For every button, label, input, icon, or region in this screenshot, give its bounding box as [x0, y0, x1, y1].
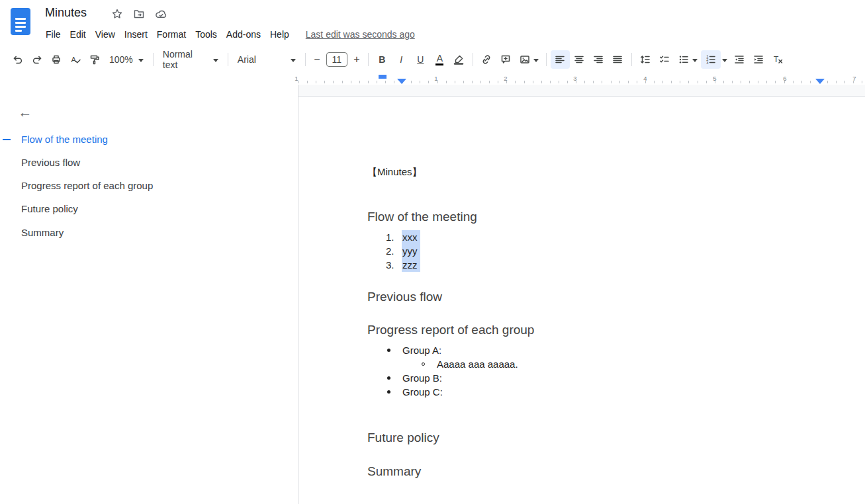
cloud-saved-icon [155, 8, 167, 21]
menu-tools[interactable]: Tools [191, 26, 222, 43]
svg-text:T: T [774, 55, 779, 64]
image-icon [519, 54, 531, 65]
right-indent-marker[interactable] [815, 79, 825, 84]
dropdown-arrow-icon [692, 59, 698, 62]
redo-icon [31, 54, 43, 65]
star-icon [111, 8, 123, 20]
bullet-text[interactable]: Aaaaa aaa aaaaa. [437, 357, 518, 371]
ruler-ticks [298, 81, 865, 83]
outline-item-future-policy[interactable]: Future policy [21, 201, 78, 217]
toolbar-separator [631, 53, 632, 66]
doc-title-line[interactable]: 【Minutes】 [367, 165, 422, 179]
bullet-marker [422, 362, 425, 366]
menu-format[interactable]: Format [152, 26, 191, 43]
bulleted-list-icon [678, 54, 690, 65]
increase-indent-button[interactable] [749, 50, 768, 69]
dropdown-arrow-icon [213, 59, 218, 62]
bullet-list-item[interactable]: Group C: [387, 385, 443, 399]
google-docs-window: Minutes File Edit View Insert Format Too [0, 0, 865, 504]
doc-heading-progress[interactable]: Progress report of each group [367, 322, 534, 338]
menu-insert[interactable]: Insert [120, 26, 152, 43]
zoom-value: 100% [109, 54, 133, 65]
menu-addons[interactable]: Add-ons [222, 26, 265, 43]
menu-file[interactable]: File [41, 26, 66, 43]
increase-font-size-button[interactable]: + [349, 50, 364, 69]
justify-button[interactable] [608, 50, 627, 69]
doc-heading-summary[interactable]: Summary [367, 464, 421, 480]
active-outline-marker [3, 139, 11, 140]
document-title-input[interactable]: Minutes [45, 6, 87, 20]
selected-text[interactable]: zzz [402, 258, 420, 272]
numbered-list-item[interactable]: 1. xxx [386, 230, 420, 244]
text-color-button[interactable]: A [430, 50, 449, 69]
add-comment-button[interactable] [496, 50, 516, 69]
clear-formatting-button[interactable]: T [768, 50, 788, 69]
redo-button[interactable] [27, 50, 46, 69]
bullet-text[interactable]: Group A: [402, 343, 441, 357]
dropdown-arrow-icon[interactable] [722, 59, 727, 62]
document-status-button[interactable] [154, 7, 167, 21]
font-family-select[interactable]: Arial [232, 50, 301, 69]
doc-heading-future[interactable]: Future policy [367, 430, 439, 446]
italic-button[interactable]: I [392, 50, 411, 69]
paint-format-button[interactable] [85, 50, 104, 69]
last-edit-link[interactable]: Last edit was seconds ago [306, 29, 415, 40]
numbered-list-item[interactable]: 2. yyy [386, 244, 420, 258]
doc-heading-previous[interactable]: Previous flow [367, 289, 442, 305]
highlight-color-button[interactable] [449, 50, 469, 69]
outline-item-progress-report[interactable]: Progress report of each group [21, 178, 153, 194]
menu-view[interactable]: View [91, 26, 120, 43]
close-outline-button[interactable]: ← [16, 103, 34, 122]
insert-link-button[interactable] [477, 50, 496, 69]
outline-item-previous-flow[interactable]: Previous flow [21, 155, 80, 171]
selected-text[interactable]: xxx [402, 230, 420, 244]
highlighter-icon [453, 54, 465, 65]
print-button[interactable] [46, 50, 66, 69]
left-indent-marker[interactable] [397, 79, 406, 84]
undo-button[interactable] [8, 50, 27, 69]
move-to-folder-button[interactable] [132, 7, 146, 21]
doc-heading-flow[interactable]: Flow of the meeting [367, 209, 477, 225]
paragraph-styles-select[interactable]: Normal text [158, 50, 224, 69]
horizontal-ruler[interactable]: 1 1 2 3 4 5 6 7 [0, 73, 865, 85]
align-left-icon [554, 54, 566, 65]
font-size-input[interactable]: 11 [326, 52, 347, 67]
menu-help[interactable]: Help [265, 26, 294, 43]
line-spacing-button[interactable] [636, 50, 655, 69]
insert-image-button[interactable] [516, 50, 542, 69]
docs-logo-icon[interactable] [11, 8, 30, 35]
align-right-button[interactable] [589, 50, 608, 69]
numbered-list-icon: 123 [705, 54, 717, 65]
dropdown-arrow-icon [291, 59, 296, 62]
bulleted-list-button[interactable] [674, 50, 701, 69]
ruler-label: 6 [782, 75, 788, 82]
bold-button[interactable]: B [373, 50, 392, 69]
underline-button[interactable]: U [411, 50, 430, 69]
align-left-button[interactable] [551, 50, 570, 69]
bullet-text[interactable]: Group B: [402, 371, 442, 385]
numbered-list-button[interactable]: 123 [701, 50, 721, 69]
first-line-indent-marker[interactable] [379, 75, 387, 79]
decrease-indent-button[interactable] [730, 50, 749, 69]
bullet-marker [387, 390, 390, 394]
document-page[interactable]: 【Minutes】 Flow of the meeting 1. xxx 2. … [298, 96, 865, 504]
bullet-list-item[interactable]: Group A: [387, 343, 441, 357]
star-button[interactable] [111, 7, 124, 21]
paint-roller-icon [89, 54, 101, 65]
decrease-font-size-button[interactable]: − [310, 50, 324, 69]
zoom-select[interactable]: 100% [104, 50, 149, 69]
selected-text[interactable]: yyy [402, 244, 420, 258]
bullet-list-subitem[interactable]: Aaaaa aaa aaaaa. [422, 357, 518, 371]
menu-edit[interactable]: Edit [66, 26, 91, 43]
numbered-list-item[interactable]: 3. zzz [386, 258, 420, 272]
outline-item-summary[interactable]: Summary [21, 225, 64, 241]
link-icon [480, 54, 492, 65]
align-center-button[interactable] [570, 50, 589, 69]
ruler-label: 2 [502, 75, 509, 82]
bullet-list-item[interactable]: Group B: [387, 371, 442, 385]
toolbar-separator [153, 53, 154, 66]
bullet-text[interactable]: Group C: [402, 385, 443, 399]
checklist-button[interactable] [655, 50, 674, 69]
outline-item-flow-of-the-meeting[interactable]: Flow of the meeting [21, 132, 108, 147]
spellcheck-button[interactable]: A [66, 50, 85, 69]
